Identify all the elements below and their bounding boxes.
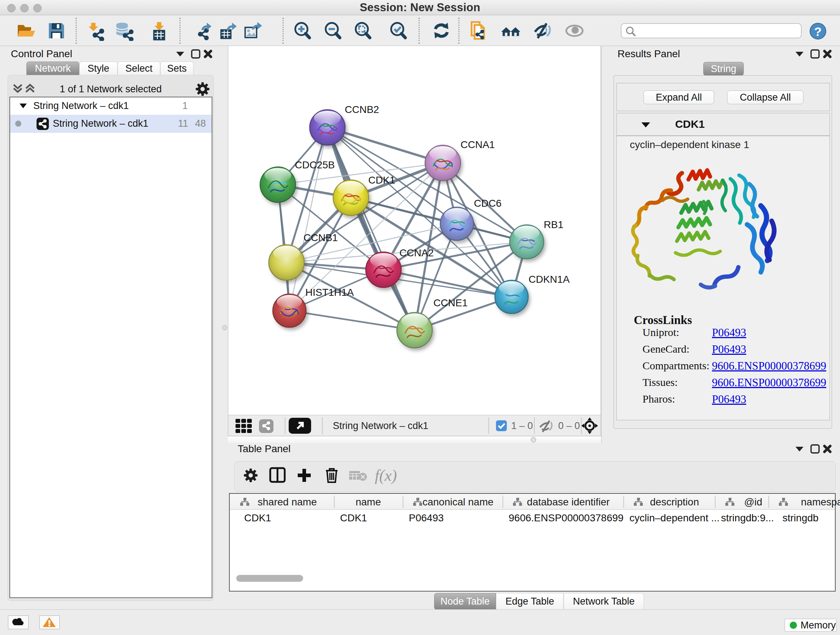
svg-text:CDC6: CDC6 (474, 198, 501, 209)
svg-text:HIST1H1A: HIST1H1A (305, 287, 354, 298)
svg-text:CDC25B: CDC25B (295, 159, 335, 171)
svg-text:CCNA2: CCNA2 (399, 247, 434, 258)
svg-text:CCNA1: CCNA1 (461, 139, 495, 150)
svg-text:RB1: RB1 (544, 219, 563, 230)
svg-text:CDK1: CDK1 (368, 174, 395, 186)
svg-text:CDKN1A: CDKN1A (529, 274, 570, 285)
svg-text:CCNE1: CCNE1 (433, 297, 468, 309)
svg-text:CCNB2: CCNB2 (345, 104, 379, 115)
svg-text:CCNB1: CCNB1 (303, 232, 338, 243)
